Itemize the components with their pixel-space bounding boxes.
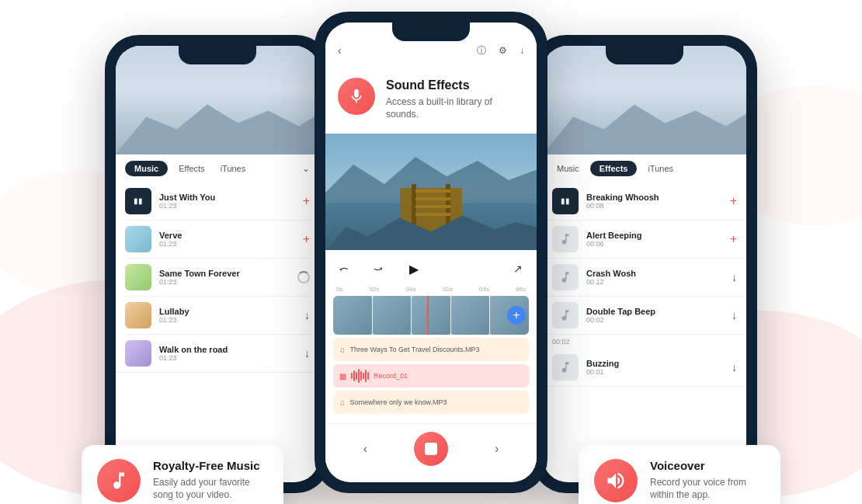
left-tabs-row: Music Effects iTunes ⌄	[116, 155, 319, 182]
time-mark: 02s	[370, 286, 380, 293]
video-preview	[325, 134, 537, 250]
song-duration: 01:23	[159, 202, 295, 210]
time-mark: 02s	[443, 286, 453, 293]
effects-item: ▮▮ Breaking Whoosh 00:08 +	[543, 182, 746, 221]
effect-info: Crash Wosh 00:12	[586, 269, 724, 286]
add-icon[interactable]: +	[303, 194, 310, 208]
playhead	[427, 296, 429, 335]
effects-thumb[interactable]	[552, 354, 579, 381]
add-track-button[interactable]: +	[507, 306, 526, 325]
add-icon[interactable]: +	[730, 232, 737, 246]
svg-rect-8	[400, 188, 462, 235]
song-thumb[interactable]	[125, 264, 151, 290]
effect-info: Double Tap Beep 00:02	[586, 307, 724, 324]
right-tabs-row: Music Effects iTunes	[543, 155, 746, 182]
download-icon[interactable]: ↓	[732, 361, 737, 374]
effects-thumb[interactable]	[552, 264, 579, 290]
left-phone: Music Effects iTunes ⌄ ▮▮ Just With You	[105, 35, 330, 493]
music-feature-text: Royalty-Free Music Easily add your favor…	[153, 459, 268, 502]
svg-rect-11	[415, 189, 450, 193]
loading-spinner-icon	[297, 271, 310, 283]
waveform-icon	[605, 470, 627, 492]
song-item: Verve 01:23 +	[125, 221, 310, 259]
back-nav-icon[interactable]: ‹	[363, 442, 367, 456]
effects-item: Alert Beeping 00:06 +	[543, 221, 746, 259]
record-stop-icon	[425, 443, 437, 455]
effect-info: Breaking Whoosh 00:08	[586, 193, 722, 210]
music-note-icon: ♫	[339, 346, 346, 354]
music-feature-icon-circle	[97, 459, 141, 502]
svg-rect-13	[415, 205, 450, 208]
track-frame	[451, 296, 490, 335]
record-button[interactable]	[414, 432, 448, 466]
song-thumb[interactable]	[125, 302, 151, 328]
redo-button[interactable]: ⤻	[367, 258, 389, 280]
back-icon[interactable]: ‹	[338, 44, 342, 57]
tab-effects-active[interactable]: Effects	[590, 161, 638, 176]
phone-notch-right	[606, 46, 683, 64]
sound-effects-card: Sound Effects Access a built-in library …	[325, 65, 537, 134]
tab-music-right[interactable]: Music	[552, 161, 584, 176]
voiceover-feature-desc: Record your voice from within the app.	[650, 476, 765, 502]
audio-track-label: Three Ways To Get Travel Discounts.MP3	[350, 346, 480, 353]
effect-title: Buzzing	[586, 359, 724, 368]
download-icon[interactable]: ↓	[732, 271, 737, 283]
center-phone-screen: ‹ ⓘ ⚙ ↓ Sound Effects Access a bu	[325, 23, 537, 482]
expand-button[interactable]: ↗	[507, 258, 529, 280]
music-note-small-icon	[558, 360, 572, 374]
song-info: Verve 01:23	[159, 231, 295, 248]
record-track[interactable]: ▩ Record_01	[333, 364, 529, 388]
royalty-free-music-card: Royalty-Free Music Easily add your favor…	[82, 445, 283, 505]
track-frame	[333, 296, 372, 335]
voiceover-feature-text: Voiceover Record your voice from within …	[650, 459, 765, 502]
effect-title: Alert Beeping	[586, 231, 722, 240]
tab-itunes-left[interactable]: iTunes	[216, 161, 251, 176]
song-thumb-pause[interactable]: ▮▮	[125, 188, 151, 214]
play-button[interactable]: ▶	[401, 256, 426, 281]
microphone-icon	[348, 88, 365, 105]
effects-thumb-pause[interactable]: ▮▮	[552, 188, 579, 214]
music-note-small-icon	[558, 308, 572, 322]
download-icon[interactable]: ↓	[732, 309, 737, 322]
effect-info: Buzzing 00:01	[586, 359, 724, 376]
tab-music-active[interactable]: Music	[125, 161, 168, 176]
settings-icon[interactable]: ⚙	[499, 45, 507, 56]
song-title: Just With You	[159, 193, 295, 202]
chevron-down-icon[interactable]: ⌄	[302, 163, 310, 174]
song-item: Same Town Forever 01:23	[125, 259, 310, 297]
effects-thumb[interactable]	[552, 302, 579, 328]
film-track[interactable]: +	[333, 296, 529, 335]
effects-thumb[interactable]	[552, 226, 579, 252]
svg-rect-14	[415, 213, 450, 216]
forward-nav-icon[interactable]: ›	[495, 442, 499, 456]
download-icon[interactable]: ↓	[520, 45, 524, 56]
tab-itunes-right[interactable]: iTunes	[643, 161, 678, 176]
track-film	[333, 296, 529, 335]
undo-button[interactable]: ⤺	[333, 258, 355, 280]
right-phone-screen: Music Effects iTunes ▮▮ Breaking Whoosh …	[543, 46, 746, 482]
add-icon[interactable]: +	[303, 232, 310, 246]
song-thumb[interactable]	[125, 226, 151, 252]
effects-item: Crash Wosh 00:12 ↓	[543, 259, 746, 297]
audio-track-2[interactable]: ♫ Somewhere only we know.MP3	[333, 391, 529, 414]
pause-icon: ▮▮	[561, 196, 570, 205]
video-scene-svg	[325, 134, 537, 250]
add-icon[interactable]: +	[730, 194, 737, 208]
download-icon[interactable]: ↓	[304, 309, 310, 322]
download-icon[interactable]: ↓	[304, 347, 310, 360]
song-info: Lullaby 01:23	[159, 307, 297, 324]
effect-duration: 00:06	[586, 240, 722, 248]
audio-track-1[interactable]: ♫ Three Ways To Get Travel Discounts.MP3	[333, 338, 529, 361]
sound-effects-text: Sound Effects Access a built-in library …	[386, 78, 521, 122]
time-mark: 04s	[406, 286, 416, 293]
song-thumb[interactable]	[125, 340, 151, 367]
left-song-list: ▮▮ Just With You 01:23 + Verve 01	[116, 182, 319, 335]
time-mark: 0s	[336, 286, 342, 293]
info-icon[interactable]: ⓘ	[477, 44, 486, 57]
record-waveform	[351, 369, 369, 383]
song-info: Same Town Forever 01:23	[159, 269, 290, 286]
tab-effects-left[interactable]: Effects	[174, 161, 209, 176]
effect-duration-label: 00:02	[543, 335, 746, 349]
effects-item: Buzzing 00:01 ↓	[543, 349, 746, 387]
song-info: Walk on the road 01:23	[159, 345, 297, 362]
